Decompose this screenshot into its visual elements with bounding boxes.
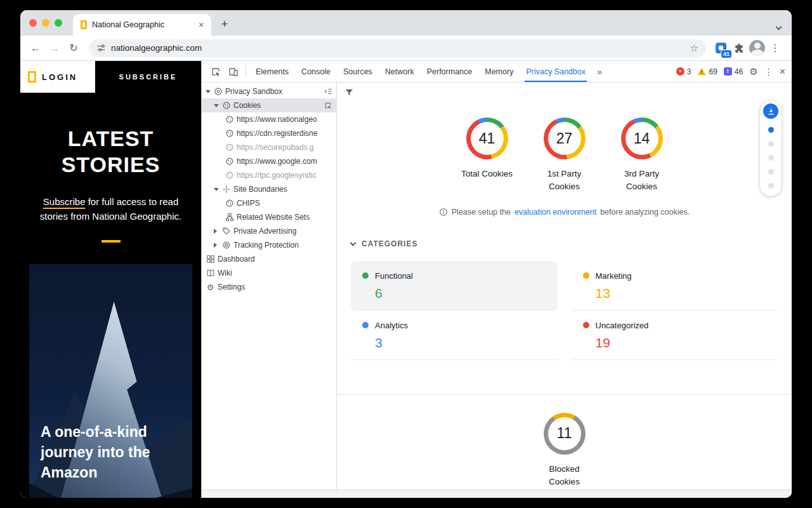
devtools-close-icon[interactable]: × xyxy=(780,66,785,77)
issue-count-badge[interactable]: ! 46 xyxy=(724,67,743,76)
category-card-functional[interactable]: Functional 6 xyxy=(351,261,558,311)
tree-item-cookies[interactable]: Cookies xyxy=(202,98,336,112)
bookmark-star-icon[interactable]: ☆ xyxy=(690,43,698,54)
subscribe-button[interactable]: SUBSCRIBE xyxy=(95,61,201,93)
more-tabs-icon[interactable]: » xyxy=(592,61,607,82)
rail-dot[interactable] xyxy=(768,183,774,189)
tree-item-url-securepubads[interactable]: https://securepubads.g xyxy=(202,140,336,154)
natgeo-brand[interactable]: LOGIN xyxy=(20,61,95,93)
horizontal-scrollbar[interactable] xyxy=(202,490,792,498)
tab-network[interactable]: Network xyxy=(379,61,421,82)
cookie-icon xyxy=(225,171,234,180)
cookie-donut-row: 41 Total Cookies 27 1st Party Cookies xyxy=(337,117,792,194)
address-bar[interactable]: nationalgeographic.com ☆ xyxy=(89,39,706,57)
tree-label: CHIPS xyxy=(237,199,334,208)
category-card-analytics[interactable]: Analytics 3 xyxy=(351,311,558,360)
tree-item-settings[interactable]: ⚙ Settings xyxy=(202,280,336,294)
tree-item-url-googlesyndication[interactable]: https://tpc.googlesyndic xyxy=(202,168,336,182)
tree-item-wiki[interactable]: Wiki xyxy=(202,266,336,280)
new-tab-button[interactable]: + xyxy=(216,16,233,32)
tab-privacy-sandbox[interactable]: Privacy Sandbox xyxy=(520,61,592,82)
tab-search-chevron-icon[interactable] xyxy=(776,20,783,27)
devtools-menu-kebab-icon[interactable]: ⋮ xyxy=(764,67,773,77)
analytics-dot-icon xyxy=(362,322,369,328)
subscribe-link[interactable]: Subscribe xyxy=(43,196,86,207)
tab-console[interactable]: Console xyxy=(295,61,337,82)
donut-value: 41 xyxy=(479,130,495,147)
donut-total-cookies: 41 Total Cookies xyxy=(459,117,516,194)
browser-tab[interactable]: National Geographic × xyxy=(73,14,211,36)
floating-action-rail xyxy=(760,100,782,196)
tree-label: https://www.google.com xyxy=(237,157,334,166)
tree-item-related-website-sets[interactable]: Related Website Sets xyxy=(202,210,336,224)
collapse-sidebar-icon[interactable] xyxy=(322,87,334,96)
chevron-down-icon[interactable] xyxy=(214,104,219,107)
tab-sources[interactable]: Sources xyxy=(337,61,379,82)
tree-item-chips[interactable]: CHIPS xyxy=(202,196,336,210)
promo-text: Subscribe for full access to read storie… xyxy=(29,194,193,224)
tree-item-privacy-sandbox[interactable]: Privacy Sandbox xyxy=(202,84,336,98)
donut-value: 11 xyxy=(557,425,572,442)
extension-icon[interactable]: 41 xyxy=(712,40,729,57)
evaluation-environment-link[interactable]: evaluation environment xyxy=(514,208,596,217)
rail-dot[interactable] xyxy=(768,155,774,161)
natgeo-logo-icon xyxy=(28,71,36,83)
donut-label: Blocked Cookies xyxy=(539,463,591,489)
close-window-button[interactable] xyxy=(29,19,37,27)
reload-button[interactable]: ↻ xyxy=(65,39,82,57)
site-settings-icon[interactable] xyxy=(96,43,106,53)
cookie-icon xyxy=(225,143,234,152)
back-button[interactable]: ← xyxy=(27,39,44,57)
devtools-panel: Elements Console Sources Network Perform… xyxy=(201,61,792,498)
profile-avatar[interactable] xyxy=(749,40,765,56)
category-card-marketing[interactable]: Marketing 13 xyxy=(572,261,778,311)
chevron-right-icon[interactable] xyxy=(214,229,217,234)
browser-toolbar: ← → ↻ nationalgeographic.com ☆ 41 ⋮ xyxy=(20,36,792,61)
tab-memory[interactable]: Memory xyxy=(478,61,520,82)
functional-dot-icon xyxy=(362,272,369,279)
tree-label: https://cdn.registerdisne xyxy=(237,129,334,138)
inspect-icon[interactable] xyxy=(322,102,334,109)
tree-item-tracking-protection[interactable]: Tracking Protection xyxy=(202,238,336,252)
categories-section-header[interactable]: CATEGORIES xyxy=(351,239,792,248)
tree-label: Privacy Sandbox xyxy=(225,87,320,96)
book-icon xyxy=(206,269,215,278)
donut-ring: 14 xyxy=(621,117,663,159)
download-button[interactable] xyxy=(763,104,778,119)
chevron-down-icon[interactable] xyxy=(214,188,219,191)
tracking-protection-icon xyxy=(221,241,231,250)
warning-count-badge[interactable]: 69 xyxy=(697,67,717,76)
error-count-badge[interactable]: × 3 xyxy=(676,67,691,76)
browser-menu-kebab-icon[interactable]: ⋮ xyxy=(766,39,784,57)
minimize-window-button[interactable] xyxy=(42,19,49,27)
tab-elements[interactable]: Elements xyxy=(249,61,295,82)
category-label: Analytics xyxy=(375,321,408,330)
tab-performance[interactable]: Performance xyxy=(421,61,479,82)
chevron-right-icon[interactable] xyxy=(214,243,217,248)
rail-dot[interactable] xyxy=(768,127,774,133)
tree-item-private-advertising[interactable]: Private Advertising xyxy=(202,224,336,238)
section-divider xyxy=(337,394,792,395)
inspect-element-icon[interactable] xyxy=(207,61,225,82)
rail-dot[interactable] xyxy=(768,169,774,175)
category-card-uncategorized[interactable]: Uncategorized 19 xyxy=(572,311,778,360)
tree-item-url-google[interactable]: https://www.google.com xyxy=(202,154,336,168)
device-toolbar-icon[interactable] xyxy=(225,61,242,82)
forward-button[interactable]: → xyxy=(46,39,63,57)
zoom-window-button[interactable] xyxy=(55,19,62,27)
chevron-down-icon[interactable] xyxy=(206,90,211,93)
tree-item-site-boundaries[interactable]: Site Boundaries xyxy=(202,182,336,196)
tab-close-icon[interactable]: × xyxy=(196,20,206,30)
category-value: 6 xyxy=(375,286,546,301)
rail-dot[interactable] xyxy=(768,141,774,147)
login-button[interactable]: LOGIN xyxy=(42,72,77,82)
tree-item-url-registerdisney[interactable]: https://cdn.registerdisne xyxy=(202,126,336,140)
donut-blocked-cookies: 11 Blocked Cookies xyxy=(337,413,792,489)
tree-item-url-nationalgeographic[interactable]: https://www.nationalgeo xyxy=(202,112,336,126)
marketing-dot-icon xyxy=(583,272,589,279)
categories-title: CATEGORIES xyxy=(362,239,417,248)
tree-item-dashboard[interactable]: Dashboard xyxy=(202,252,336,266)
devtools-settings-gear-icon[interactable]: ⚙ xyxy=(749,66,757,77)
extensions-puzzle-icon[interactable] xyxy=(730,39,748,57)
browser-window: National Geographic × + ← → ↻ nationalge… xyxy=(20,10,792,498)
